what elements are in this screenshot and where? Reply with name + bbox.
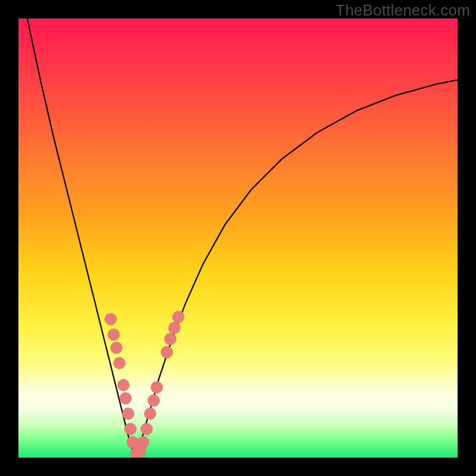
curve-marker [161, 346, 173, 358]
curve-marker [124, 423, 136, 435]
curve-marker [123, 408, 134, 419]
curve-marker [105, 314, 117, 325]
curve-marker [168, 322, 180, 334]
bottleneck-curve [27, 18, 458, 458]
curve-marker [137, 436, 149, 448]
curve-marker [111, 342, 123, 354]
curve-marker [141, 423, 153, 435]
curve-marker [117, 379, 129, 391]
plot-area [18, 18, 458, 458]
marker-group [105, 311, 184, 458]
watermark-text: TheBottleneck.com [336, 1, 470, 20]
curve-marker [108, 328, 120, 340]
curve-marker [120, 392, 131, 404]
chart-svg [18, 18, 458, 458]
curve-marker [114, 357, 126, 369]
curve-marker [148, 394, 159, 406]
curve-marker [164, 333, 176, 345]
curve-group [27, 18, 458, 458]
chart-frame: TheBottleneck.com [0, 0, 476, 476]
curve-marker [151, 381, 163, 393]
curve-marker [173, 311, 184, 323]
curve-marker [144, 408, 156, 419]
